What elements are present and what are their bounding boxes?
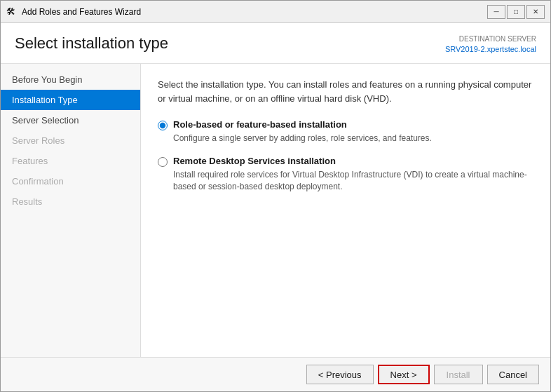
sidebar-item-server-selection[interactable]: Server Selection <box>1 110 140 130</box>
close-button[interactable]: ✕ <box>526 5 545 19</box>
main-content: Before You Begin Installation Type Serve… <box>1 64 550 357</box>
destination-label: DESTINATION SERVER <box>445 34 536 44</box>
sidebar-item-server-roles: Server Roles <box>1 130 140 151</box>
option-remote-desktop-title: Remote Desktop Services installation <box>173 156 336 166</box>
install-button: Install <box>434 365 483 384</box>
radio-remote-desktop[interactable] <box>158 157 168 167</box>
page-header: Select installation type DESTINATION SER… <box>1 23 550 64</box>
sidebar-item-installation-type[interactable]: Installation Type <box>1 90 140 110</box>
sidebar-item-before-you-begin[interactable]: Before You Begin <box>1 69 140 90</box>
title-bar-buttons: ─ □ ✕ <box>487 5 545 19</box>
option-remote-desktop-desc: Install required role services for Virtu… <box>173 169 533 193</box>
option-role-based-label[interactable]: Role-based or feature-based installation <box>158 119 533 130</box>
content-panel: Select the installation type. You can in… <box>141 64 550 357</box>
previous-button[interactable]: < Previous <box>306 365 374 384</box>
server-name: SRV2019-2.xpertstec.local <box>445 44 536 55</box>
option-role-based: Role-based or feature-based installation… <box>158 119 533 144</box>
option-role-based-desc: Configure a single server by adding role… <box>173 133 533 144</box>
minimize-button[interactable]: ─ <box>487 5 505 19</box>
radio-role-based[interactable] <box>158 121 168 130</box>
title-bar: 🛠 Add Roles and Features Wizard ─ □ ✕ <box>1 1 550 23</box>
destination-server-info: DESTINATION SERVER SRV2019-2.xpertstec.l… <box>445 34 536 55</box>
cancel-button[interactable]: Cancel <box>487 365 539 384</box>
restore-button[interactable]: □ <box>507 5 525 19</box>
sidebar-item-confirmation: Confirmation <box>1 171 140 191</box>
next-button[interactable]: Next > <box>378 365 430 384</box>
sidebar-item-features: Features <box>1 151 140 171</box>
title-bar-text: Add Roles and Features Wizard <box>22 7 487 17</box>
wizard-window: 🛠 Add Roles and Features Wizard ─ □ ✕ Se… <box>0 0 551 392</box>
sidebar-item-results: Results <box>1 191 140 212</box>
footer: < Previous Next > Install Cancel <box>1 357 550 391</box>
app-icon: 🛠 <box>6 6 18 18</box>
option-remote-desktop: Remote Desktop Services installation Ins… <box>158 156 533 193</box>
option-remote-desktop-label[interactable]: Remote Desktop Services installation <box>158 156 533 167</box>
sidebar: Before You Begin Installation Type Serve… <box>1 64 141 357</box>
page-title: Select installation type <box>15 34 168 53</box>
option-role-based-title: Role-based or feature-based installation <box>173 119 347 130</box>
intro-text: Select the installation type. You can in… <box>158 78 533 105</box>
